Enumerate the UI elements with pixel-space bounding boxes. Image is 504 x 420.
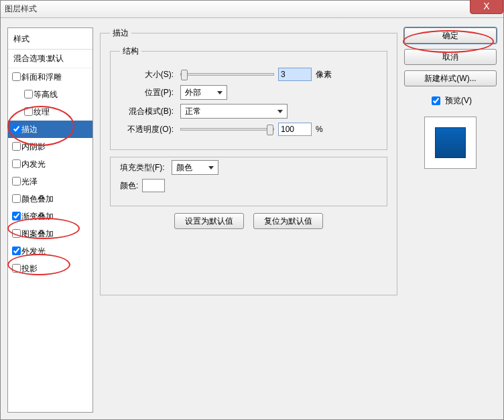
style-gradient-overlay[interactable]: 渐变叠加 (8, 208, 92, 225)
filltype-label: 填充类型(F): (120, 162, 165, 173)
blend-options-label: 混合选项:默认 (13, 54, 64, 63)
style-outer-glow[interactable]: 外发光 (8, 242, 92, 260)
layer-style-dialog: 图层样式 X 样式 混合选项:默认 斜面和浮雕 等高线 纹理 (0, 0, 504, 420)
blendmode-value: 正常 (185, 106, 201, 117)
set-default-button[interactable]: 设置为默认值 (174, 213, 244, 229)
ok-button[interactable]: 确定 (404, 27, 497, 44)
size-unit: 像素 (316, 69, 332, 80)
style-texture[interactable]: 纹理 (8, 103, 92, 121)
size-slider-thumb[interactable] (181, 70, 188, 80)
preview-check[interactable] (432, 96, 440, 105)
styles-header: 样式 (8, 29, 92, 50)
style-pattern-overlay-check[interactable] (12, 229, 21, 238)
fill-group: 填充类型(F): 颜色 颜色: (110, 157, 387, 206)
opacity-unit: % (316, 125, 323, 134)
size-row: 大小(S): 像素 (120, 68, 377, 81)
close-icon: X (483, 1, 489, 11)
defaults-row: 设置为默认值 复位为默认值 (110, 213, 387, 229)
style-texture-check[interactable] (24, 107, 33, 116)
chevron-down-icon (277, 110, 283, 113)
style-pattern-overlay[interactable]: 图案叠加 (8, 225, 92, 242)
style-stroke-label: 描边 (21, 124, 38, 135)
close-button[interactable]: X (470, 0, 503, 14)
style-drop-shadow-check[interactable] (12, 264, 21, 273)
blendmode-row: 混合模式(B): 正常 (120, 104, 377, 119)
filltype-row: 填充类型(F): 颜色 (120, 160, 377, 175)
size-label: 大小(S): (120, 69, 174, 80)
titlebar: 图层样式 X (1, 1, 503, 18)
reset-default-button[interactable]: 复位为默认值 (253, 213, 323, 229)
style-stroke[interactable]: 描边 (8, 121, 92, 138)
style-outer-glow-label: 外发光 (21, 246, 46, 257)
opacity-slider[interactable] (180, 128, 274, 131)
style-color-overlay-check[interactable] (12, 194, 21, 203)
position-value: 外部 (185, 87, 201, 98)
size-slider[interactable] (180, 73, 274, 76)
style-drop-shadow-label: 投影 (21, 263, 38, 275)
style-bevel[interactable]: 斜面和浮雕 (8, 68, 92, 86)
style-contour-check[interactable] (24, 90, 33, 98)
style-inner-shadow-check[interactable] (12, 142, 21, 151)
style-pattern-overlay-label: 图案叠加 (21, 228, 54, 240)
style-satin-check[interactable] (12, 177, 21, 186)
style-contour[interactable]: 等高线 (8, 86, 92, 103)
opacity-label: 不透明度(O): (120, 124, 174, 135)
style-satin-label: 光泽 (21, 176, 38, 188)
color-label: 颜色: (120, 180, 138, 192)
structure-group: 结构 大小(S): 像素 位置(P): 外部 (110, 46, 387, 150)
preview-label: 预览(V) (445, 95, 472, 107)
new-style-button[interactable]: 新建样式(W)... (404, 70, 497, 86)
opacity-input[interactable] (278, 123, 312, 136)
color-swatch[interactable] (142, 179, 165, 192)
opacity-row: 不透明度(O): % (120, 123, 377, 136)
filltype-value: 颜色 (176, 162, 192, 173)
style-gradient-overlay-check[interactable] (12, 212, 21, 220)
position-row: 位置(P): 外部 (120, 85, 377, 100)
window-title: 图层样式 (5, 3, 37, 15)
style-inner-glow-check[interactable] (12, 159, 21, 168)
stroke-legend: 描边 (110, 27, 131, 39)
preview-box (424, 117, 477, 169)
blendmode-label: 混合模式(B): (120, 106, 174, 117)
style-inner-glow-label: 内发光 (21, 159, 46, 170)
chevron-down-icon (208, 166, 214, 169)
structure-legend: 结构 (120, 46, 141, 57)
color-row: 颜色: (120, 179, 377, 192)
style-inner-shadow-label: 内阴影 (21, 141, 46, 153)
blendmode-combo[interactable]: 正常 (180, 104, 288, 119)
stroke-group: 描边 结构 大小(S): 像素 位置(P): 外部 (100, 27, 397, 295)
style-satin[interactable]: 光泽 (8, 173, 92, 190)
position-label: 位置(P): (120, 87, 174, 98)
cancel-button[interactable]: 取消 (404, 49, 497, 65)
opacity-slider-thumb[interactable] (267, 125, 273, 135)
blend-options-row[interactable]: 混合选项:默认 (8, 50, 92, 68)
style-color-overlay[interactable]: 颜色叠加 (8, 190, 92, 208)
style-bevel-label: 斜面和浮雕 (21, 72, 62, 83)
style-color-overlay-label: 颜色叠加 (21, 194, 54, 205)
filltype-combo[interactable]: 颜色 (172, 160, 218, 175)
style-drop-shadow[interactable]: 投影 (8, 260, 92, 277)
size-input[interactable] (278, 68, 312, 81)
right-panel: 确定 取消 新建样式(W)... 预览(V) (404, 27, 497, 413)
style-stroke-check[interactable] (12, 125, 21, 133)
style-contour-label: 等高线 (34, 89, 58, 100)
content-area: 样式 混合选项:默认 斜面和浮雕 等高线 纹理 描边 内阴 (1, 18, 503, 419)
style-texture-label: 纹理 (34, 107, 50, 118)
preview-row: 预览(V) (404, 94, 497, 107)
style-inner-glow[interactable]: 内发光 (8, 155, 92, 173)
style-outer-glow-check[interactable] (12, 247, 21, 255)
preview-swatch (435, 127, 466, 158)
style-bevel-check[interactable] (12, 72, 21, 81)
main-panel: 描边 结构 大小(S): 像素 位置(P): 外部 (100, 27, 397, 413)
style-gradient-overlay-label: 渐变叠加 (21, 211, 54, 222)
styles-panel: 样式 混合选项:默认 斜面和浮雕 等高线 纹理 描边 内阴 (7, 27, 93, 413)
position-combo[interactable]: 外部 (180, 85, 227, 100)
style-inner-shadow[interactable]: 内阴影 (8, 138, 92, 155)
chevron-down-icon (217, 91, 223, 94)
